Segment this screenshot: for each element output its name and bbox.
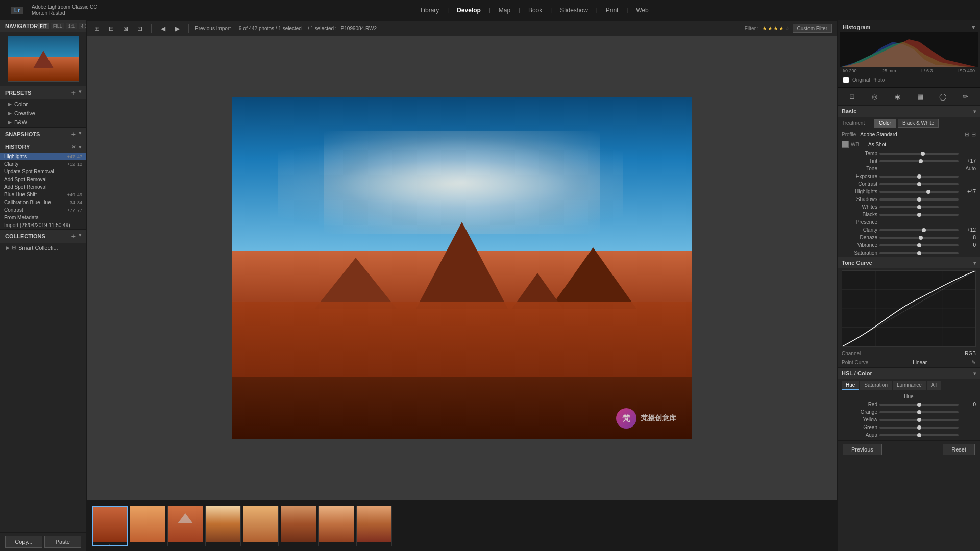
history-item-update-spot[interactable]: Update Spot Removal [0,168,86,176]
snapshots-collapse-btn[interactable]: ▾ [79,130,81,138]
nav-4to1-btn[interactable]: 4:1 [79,23,87,29]
filmstrip-thumb-4[interactable]: ··· [205,506,241,546]
star-1[interactable]: ★ [762,25,767,32]
vibrance-slider[interactable] [879,244,959,246]
hsl-header[interactable]: HSL / Color ▾ [838,368,980,379]
hsl-tab-luminance[interactable]: Luminance [893,381,926,390]
filmstrip-thumb-6[interactable]: ··· [281,506,316,546]
preset-color[interactable]: ▶ Color [0,99,86,109]
filmstrip-thumb-7[interactable]: ··· [318,506,354,546]
red-eye-btn[interactable]: ◉ [892,91,903,102]
nav-print[interactable]: Print [600,5,625,16]
blacks-slider[interactable] [879,214,959,216]
hsl-orange-slider[interactable] [879,411,959,413]
histogram-expand-btn[interactable]: ▾ [972,23,975,31]
star-2[interactable]: ★ [768,25,773,32]
clarity-slider[interactable] [879,229,959,231]
temp-slider[interactable] [879,153,959,155]
collections-header[interactable]: Collections + ▾ [0,230,86,243]
compare-view-btn[interactable]: ⊠ [120,23,131,34]
previous-button[interactable]: Previous [843,444,882,455]
filmstrip-thumb-3[interactable]: ··· [167,506,203,546]
presets-collapse-btn[interactable]: ▾ [79,89,81,97]
filmstrip-thumb-8[interactable]: ··· [356,506,392,546]
collections-add-btn[interactable]: + [71,232,76,240]
treatment-bw-btn[interactable]: Black & White [898,119,939,128]
basic-header[interactable]: Basic ▾ [838,106,980,117]
paste-button[interactable]: Paste [44,536,82,548]
hsl-tab-all[interactable]: All [927,381,941,390]
history-item-clarity[interactable]: Clarity +12 12 [0,160,86,168]
point-curve-edit-icon[interactable]: ✎ [971,359,976,366]
crop-tool-btn[interactable]: ⊡ [846,91,857,102]
filmstrip-thumb-5[interactable]: ··· [243,506,279,546]
navigator-header[interactable]: Navigator FIT FILL 1:1 4:1 [0,20,86,32]
history-collapse-btn[interactable]: ▾ [79,144,81,150]
star-4[interactable]: ★ [779,25,784,32]
reset-button[interactable]: Reset [943,444,975,455]
loupe-view-btn[interactable]: ⊟ [106,23,116,34]
tone-auto-btn[interactable]: Auto [965,166,976,171]
preset-bw[interactable]: ▶ B&W [0,118,86,127]
snapshots-header[interactable]: Snapshots + ▾ [0,128,86,141]
dehaze-slider[interactable] [879,237,959,239]
hsl-tab-hue[interactable]: Hue [842,381,859,390]
nav-1to1-btn[interactable]: 1:1 [66,23,77,29]
whites-slider[interactable] [879,206,959,208]
hsl-yellow-slider[interactable] [879,419,959,421]
collection-smart[interactable]: ▶ ⊞ Smart Collecti... [0,243,86,253]
history-item-highlights[interactable]: Highlights +47 47 [0,153,86,160]
nav-develop[interactable]: Develop [451,5,487,16]
contrast-slider[interactable] [879,183,959,185]
tone-curve-header[interactable]: Tone Curve ▾ [838,257,980,268]
nav-web[interactable]: Web [630,5,654,16]
tint-slider[interactable] [879,160,959,162]
nav-fit-btn[interactable]: FIT [38,23,49,29]
nav-map[interactable]: Map [493,5,517,16]
point-curve-value[interactable]: Linear [913,360,927,365]
saturation-slider[interactable] [879,252,959,254]
snapshots-add-btn[interactable]: + [71,130,76,138]
hsl-green-slider[interactable] [879,427,959,429]
star-rating[interactable]: ★ ★ ★ ★ ☆ [762,25,790,32]
history-item-add-spot1[interactable]: Add Spot Removal [0,176,86,183]
nav-slideshow[interactable]: Slideshow [554,5,594,16]
profile-grid-icon[interactable]: ⊞ [965,131,969,138]
exposure-slider[interactable] [879,176,959,178]
copy-button[interactable]: Copy... [5,536,42,548]
star-3[interactable]: ★ [773,25,778,32]
nav-book[interactable]: Book [522,5,548,16]
history-item-import[interactable]: Import (26/04/2019 11:50:49) [0,221,86,229]
highlights-slider[interactable] [879,191,959,193]
grid-view-btn[interactable]: ⊞ [92,23,102,34]
hsl-aqua-slider[interactable] [879,434,959,436]
history-header[interactable]: History ✕ ▾ [0,141,86,153]
grad-filter-btn[interactable]: ▦ [915,91,926,102]
adj-brush-btn[interactable]: ✏ [960,91,971,102]
history-close-btn[interactable]: ✕ [71,144,76,150]
history-item-blue-hue[interactable]: Blue Hue Shift +49 49 [0,191,86,198]
preset-creative[interactable]: ▶ Creative [0,109,86,118]
history-item-metadata[interactable]: From Metadata [0,214,86,221]
filmstrip-thumb-1[interactable]: ··· [92,506,128,546]
treatment-color-btn[interactable]: Color [874,119,896,128]
collections-collapse-btn[interactable]: ▾ [79,232,81,240]
nav-fill-btn[interactable]: FILL [51,23,64,29]
prev-photo-btn[interactable]: ◀ [158,23,168,34]
survey-view-btn[interactable]: ⊡ [135,23,145,34]
spot-remove-btn[interactable]: ◎ [869,91,880,102]
original-photo-checkbox[interactable] [843,77,849,83]
nav-library[interactable]: Library [414,5,446,16]
history-item-contrast[interactable]: Contrast +77 77 [0,206,86,214]
star-5[interactable]: ☆ [785,25,790,32]
radial-filter-btn[interactable]: ◯ [937,91,948,102]
hsl-tab-saturation[interactable]: Saturation [860,381,892,390]
history-item-add-spot2[interactable]: Add Spot Removal [0,183,86,191]
presets-add-btn[interactable]: + [71,89,76,97]
next-photo-btn[interactable]: ▶ [172,23,182,34]
presets-header[interactable]: Presets + ▾ [0,86,86,99]
wb-eyedropper[interactable] [842,141,849,148]
filmstrip-thumb-2[interactable]: ··· [130,506,165,546]
hsl-red-slider[interactable] [879,404,959,406]
custom-filter-button[interactable]: Custom Filter [793,24,832,33]
